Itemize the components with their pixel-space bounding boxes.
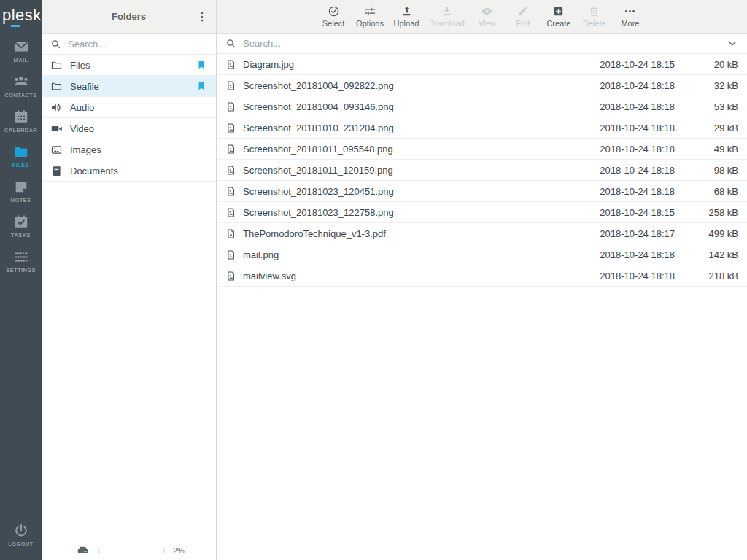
hdd-icon	[76, 543, 90, 557]
file-image-icon	[225, 101, 236, 112]
file-image-icon	[225, 144, 236, 155]
file-name: Screenshot_20181004_093146.png	[243, 101, 587, 112]
sidebar-item-mail[interactable]: MAIL	[0, 34, 42, 69]
file-row[interactable]: Screenshot_20181004_092822.png 2018-10-2…	[217, 75, 747, 96]
file-search-row	[217, 34, 747, 54]
file-size: 499 kB	[681, 228, 738, 239]
file-toolbar: Select Options Upload Download View Edit…	[217, 0, 747, 34]
file-size: 142 kB	[681, 249, 738, 260]
folders-panel: Folders Files Seafile Audio Video Images…	[42, 0, 217, 560]
sidebar-item-label: NOTES	[11, 197, 31, 203]
file-row[interactable]: mail.png 2018-10-24 18:18 142 kB	[217, 244, 747, 265]
folder-name: Images	[70, 144, 101, 155]
more-button[interactable]: More	[616, 5, 645, 28]
notes-icon	[13, 179, 29, 195]
view-button: View	[473, 5, 502, 28]
disk-usage-footer: 2%	[42, 540, 216, 560]
sidebar-item-notes[interactable]: NOTES	[0, 174, 42, 209]
upload-button[interactable]: Upload	[392, 5, 421, 28]
file-size: 258 kB	[681, 207, 738, 218]
folder-icon	[50, 80, 63, 93]
sidebar-item-files[interactable]: FILES	[0, 139, 42, 174]
tune-icon	[364, 5, 376, 18]
sidebar-item-label: CONTACTS	[4, 92, 36, 98]
file-image-icon	[225, 122, 236, 133]
options-button[interactable]: Options	[355, 5, 385, 28]
folder-item-files[interactable]: Files	[42, 55, 216, 76]
toolbar-button-label: View	[479, 19, 496, 28]
file-date: 2018-10-24 18:18	[593, 165, 675, 176]
file-date: 2018-10-24 18:18	[593, 101, 675, 112]
file-name: Screenshot_20181011_095548.png	[243, 144, 587, 155]
file-image-icon	[225, 186, 236, 197]
toolbar-button-label: Options	[356, 19, 384, 28]
file-date: 2018-10-24 18:18	[593, 271, 675, 281]
plesk-logo-text: plesk	[2, 7, 42, 23]
select-button[interactable]: Select	[319, 5, 348, 28]
file-row[interactable]: Screenshot_20181011_095548.png 2018-10-2…	[217, 139, 747, 160]
folder-item-audio[interactable]: Audio	[42, 97, 216, 118]
sidebar-item-calendar[interactable]: CALENDAR	[0, 104, 42, 139]
file-date: 2018-10-24 18:15	[593, 59, 675, 70]
folder-item-seafile[interactable]: Seafile	[42, 76, 216, 97]
file-name: Screenshot_20181010_231204.png	[243, 122, 587, 133]
file-name: Screenshot_20181023_120451.png	[243, 186, 587, 197]
file-row[interactable]: mailview.svg 2018-10-24 18:18 218 kB	[217, 265, 747, 287]
folder-item-images[interactable]: Images	[42, 139, 216, 160]
sidebar-item-label: SETTINGS	[6, 267, 36, 273]
sidebar-item-contacts[interactable]: CONTACTS	[0, 69, 42, 104]
toolbar-button-label: Create	[546, 19, 570, 28]
file-image-icon	[225, 80, 236, 91]
sidebar-item-logout[interactable]: LOGOUT	[0, 516, 42, 554]
folder-name: Video	[70, 123, 94, 134]
file-row[interactable]: Screenshot_20181004_093146.png 2018-10-2…	[217, 96, 747, 117]
search-icon	[50, 39, 61, 50]
file-date: 2018-10-24 18:18	[593, 122, 675, 133]
file-image-icon	[225, 207, 236, 218]
file-name: mailview.svg	[243, 271, 587, 281]
file-size: 29 kB	[681, 122, 738, 133]
file-row[interactable]: Diagram.jpg 2018-10-24 18:15 20 kB	[217, 54, 747, 75]
file-date: 2018-10-24 18:18	[593, 186, 675, 197]
sidebar-item-label: MAIL	[14, 57, 28, 63]
eye-icon	[481, 5, 493, 18]
folder-item-video[interactable]: Video	[42, 118, 216, 139]
power-icon	[13, 523, 29, 539]
file-row[interactable]: ThePomodoroTechnique_v1-3.pdf 2018-10-24…	[217, 223, 747, 244]
toolbar-button-label: Select	[322, 19, 345, 28]
plesk-logo-underline	[11, 25, 20, 27]
create-button[interactable]: Create	[544, 5, 573, 28]
file-row[interactable]: Screenshot_20181023_122758.png 2018-10-2…	[217, 202, 747, 223]
sidebar-item-settings[interactable]: SETTINGS	[0, 244, 42, 279]
trash-icon	[588, 5, 600, 18]
file-search-input[interactable]	[243, 38, 720, 49]
disk-usage-bar	[98, 548, 165, 553]
contacts-icon	[13, 74, 29, 90]
folder-name: Seafile	[70, 81, 99, 92]
disk-usage-percent: 2%	[173, 546, 185, 555]
file-date: 2018-10-24 18:17	[593, 228, 675, 239]
file-row[interactable]: Screenshot_20181011_120159.png 2018-10-2…	[217, 160, 747, 181]
file-name: mail.png	[243, 249, 587, 260]
kebab-menu-icon[interactable]	[196, 10, 209, 23]
calendar-icon	[13, 109, 29, 125]
file-size: 20 kB	[681, 59, 738, 70]
tasks-icon	[13, 214, 29, 230]
pencil-icon	[516, 5, 529, 18]
file-row[interactable]: Screenshot_20181023_120451.png 2018-10-2…	[217, 181, 747, 202]
file-date: 2018-10-24 18:15	[593, 207, 675, 218]
file-name: Diagram.jpg	[243, 59, 587, 70]
chevron-down-icon[interactable]	[727, 38, 738, 50]
delete-button: Delete	[580, 5, 609, 28]
bookmark-icon	[196, 80, 207, 92]
bookmark-icon	[196, 59, 207, 71]
image-icon	[50, 144, 63, 156]
file-size: 32 kB	[681, 80, 738, 91]
sidebar-item-tasks[interactable]: TASKS	[0, 209, 42, 244]
folders-search-input[interactable]	[68, 39, 207, 50]
download-icon	[441, 5, 453, 18]
edit-button: Edit	[508, 5, 538, 28]
file-row[interactable]: Screenshot_20181010_231204.png 2018-10-2…	[217, 117, 747, 139]
settings-icon	[13, 249, 29, 265]
folder-item-documents[interactable]: Documents	[42, 160, 216, 182]
